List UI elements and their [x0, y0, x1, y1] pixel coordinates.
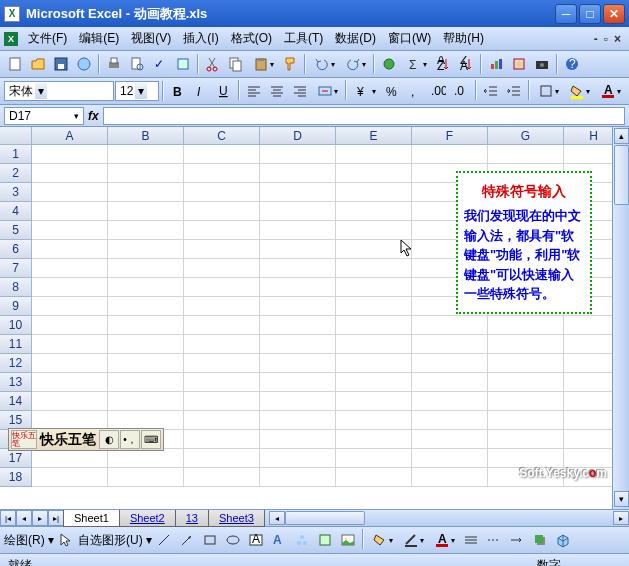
permission-button[interactable] [73, 53, 95, 75]
row-header[interactable]: 13 [0, 373, 32, 392]
cell[interactable] [108, 145, 184, 164]
column-header[interactable]: E [336, 127, 412, 145]
row-header[interactable]: 9 [0, 297, 32, 316]
scroll-down-button[interactable]: ▾ [614, 491, 629, 507]
cell[interactable] [108, 335, 184, 354]
ime-punct-icon[interactable]: •， [120, 430, 140, 449]
row-header[interactable]: 3 [0, 183, 32, 202]
cell[interactable] [184, 240, 260, 259]
dropdown-icon[interactable]: ▾ [35, 83, 47, 99]
row-header[interactable]: 14 [0, 392, 32, 411]
sheet-tab[interactable]: Sheet2 [119, 510, 176, 527]
column-header[interactable]: A [32, 127, 108, 145]
open-button[interactable] [27, 53, 49, 75]
cell[interactable] [184, 183, 260, 202]
cell[interactable] [488, 145, 564, 164]
cell[interactable] [108, 449, 184, 468]
cell[interactable] [108, 316, 184, 335]
cell[interactable] [184, 164, 260, 183]
increase-decimal-button[interactable]: .00 [427, 80, 449, 102]
comma-button[interactable]: , [404, 80, 426, 102]
underline-button[interactable]: U [213, 80, 235, 102]
cell[interactable] [32, 297, 108, 316]
autoshapes-menu[interactable]: 自选图形(U) ▾ [78, 532, 152, 549]
cell[interactable] [32, 354, 108, 373]
cell[interactable] [108, 259, 184, 278]
cell[interactable] [184, 411, 260, 430]
cell[interactable] [336, 278, 412, 297]
diagram-button[interactable] [291, 529, 313, 551]
fill-color-button[interactable]: ▾ [564, 80, 594, 102]
cell[interactable] [412, 430, 488, 449]
menu-item[interactable]: 帮助(H) [437, 28, 490, 49]
cell[interactable] [260, 335, 336, 354]
cell[interactable] [184, 335, 260, 354]
spell-button[interactable]: ✓ [149, 53, 171, 75]
print-button[interactable] [103, 53, 125, 75]
cell[interactable] [412, 316, 488, 335]
align-center-button[interactable] [266, 80, 288, 102]
cell[interactable] [412, 449, 488, 468]
cell[interactable] [488, 392, 564, 411]
cell[interactable] [108, 392, 184, 411]
cell[interactable] [184, 354, 260, 373]
maximize-button[interactable]: □ [579, 4, 601, 24]
save-button[interactable] [50, 53, 72, 75]
cell[interactable] [412, 354, 488, 373]
cell[interactable] [108, 164, 184, 183]
menu-item[interactable]: 工具(T) [278, 28, 329, 49]
menu-item[interactable]: 格式(O) [225, 28, 278, 49]
cell[interactable] [184, 202, 260, 221]
row-header[interactable]: 7 [0, 259, 32, 278]
sheet-tab[interactable]: Sheet3 [208, 510, 265, 527]
ime-logo-icon[interactable]: 快乐五笔 [11, 430, 37, 449]
arrow-button[interactable] [176, 529, 198, 551]
column-header[interactable]: G [488, 127, 564, 145]
tab-next-button[interactable]: ▸ [32, 510, 48, 526]
cell[interactable] [336, 430, 412, 449]
clipart-button[interactable] [314, 529, 336, 551]
cell[interactable] [260, 316, 336, 335]
menu-item[interactable]: 文件(F) [22, 28, 73, 49]
sheet-tab[interactable]: Sheet1 [63, 510, 120, 527]
cell[interactable] [336, 449, 412, 468]
cell[interactable] [412, 411, 488, 430]
cell[interactable] [488, 354, 564, 373]
cell[interactable] [32, 259, 108, 278]
increase-indent-button[interactable] [503, 80, 525, 102]
cell[interactable] [32, 278, 108, 297]
select-objects-button[interactable] [55, 529, 77, 551]
cell[interactable] [32, 164, 108, 183]
format-painter-button[interactable] [279, 53, 301, 75]
cell[interactable] [260, 145, 336, 164]
preview-button[interactable] [126, 53, 148, 75]
cell[interactable] [336, 240, 412, 259]
doc-restore-button[interactable]: ▫ [604, 32, 608, 46]
dropdown-icon[interactable]: ▾ [135, 83, 147, 99]
cell[interactable] [32, 316, 108, 335]
cell[interactable] [32, 449, 108, 468]
row-header[interactable]: 1 [0, 145, 32, 164]
cell[interactable] [336, 164, 412, 183]
cell[interactable] [108, 354, 184, 373]
cell[interactable] [260, 221, 336, 240]
cell[interactable] [32, 145, 108, 164]
doc-close-button[interactable]: × [614, 32, 621, 46]
column-header[interactable]: C [184, 127, 260, 145]
font-color-button[interactable]: A▾ [595, 80, 625, 102]
cell[interactable] [260, 183, 336, 202]
cell[interactable] [412, 335, 488, 354]
cell[interactable] [488, 335, 564, 354]
name-box[interactable]: D17 ▾ [4, 107, 84, 125]
cell[interactable] [260, 202, 336, 221]
cell[interactable] [260, 354, 336, 373]
sort-asc-button[interactable]: AZ [432, 53, 454, 75]
cell[interactable] [260, 259, 336, 278]
cell[interactable] [108, 221, 184, 240]
cell[interactable] [32, 183, 108, 202]
ime-mode-icon[interactable]: ◐ [99, 430, 119, 449]
linecolor-button[interactable]: ▾ [398, 529, 428, 551]
sort-desc-button[interactable]: ZA [455, 53, 477, 75]
cell[interactable] [260, 430, 336, 449]
font-name-combo[interactable]: 宋体 ▾ [4, 81, 114, 101]
